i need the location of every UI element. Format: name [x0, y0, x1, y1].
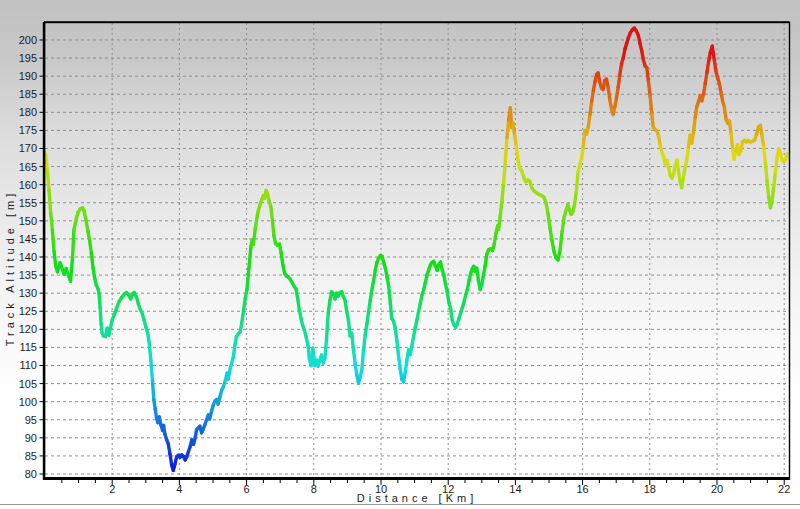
track-segment	[451, 308, 453, 320]
track-segment	[233, 346, 235, 358]
x-tick-label: 16	[576, 483, 588, 495]
track-segment	[560, 232, 562, 250]
track-segment	[687, 147, 689, 160]
y-tick-label: 190	[19, 70, 37, 82]
track-segment	[652, 114, 653, 127]
track-segment	[504, 161, 506, 183]
track-segment	[712, 46, 714, 60]
y-tick-label: 115	[19, 341, 37, 353]
track-segment	[695, 107, 697, 118]
track-segment	[298, 299, 300, 311]
y-tick-label: 150	[19, 215, 37, 227]
y-tick-label: 155	[19, 197, 37, 209]
track-segment	[548, 214, 550, 228]
y-tick-label: 145	[19, 233, 37, 245]
x-axis-title: Distance [Km]	[357, 492, 477, 504]
y-tick-label: 95	[25, 414, 37, 426]
track-segment	[100, 308, 101, 324]
track-segment	[502, 183, 504, 201]
y-tick-label: 180	[19, 106, 37, 118]
track-segment	[590, 101, 592, 114]
track-segment	[513, 123, 515, 136]
y-tick-label: 130	[19, 287, 37, 299]
track-segment	[648, 82, 650, 96]
track-segment	[485, 254, 487, 266]
track-segment	[516, 147, 518, 161]
track-segment	[764, 147, 766, 163]
y-tick-label: 200	[19, 34, 37, 46]
track-segment	[693, 118, 695, 132]
track-segment	[765, 163, 767, 181]
track-segment	[588, 114, 590, 127]
track-segment	[650, 96, 652, 114]
track-segment	[272, 221, 273, 235]
x-tick-label: 8	[311, 483, 317, 495]
track-segment	[46, 154, 48, 170]
track-segment	[390, 304, 391, 318]
track-segment	[724, 107, 726, 120]
tick-labels: 8085909510010511011512012513013514014515…	[19, 34, 791, 495]
track-segment	[618, 74, 620, 87]
track-segment	[99, 294, 100, 308]
track-segment	[151, 360, 153, 382]
track-segment	[54, 252, 56, 266]
track-segment	[90, 241, 92, 254]
track-segment	[507, 120, 509, 138]
track-segment	[253, 228, 255, 244]
track-segment	[52, 230, 54, 252]
y-tick-label: 125	[19, 305, 37, 317]
track-segment	[405, 360, 407, 373]
x-tick-label: 22	[778, 483, 790, 495]
track-segment	[71, 257, 73, 281]
y-tick-label: 140	[19, 251, 37, 263]
track-segment	[281, 253, 283, 265]
track-segment	[91, 253, 93, 267]
y-tick-label: 90	[25, 432, 37, 444]
y-tick-label: 185	[19, 88, 37, 100]
track-segment	[608, 87, 610, 100]
track-segment	[51, 214, 53, 230]
track-segment	[767, 181, 769, 197]
track-segment	[772, 186, 774, 200]
track-segment	[367, 312, 369, 324]
track-segment	[787, 154, 788, 157]
track-segment	[308, 346, 309, 359]
track-segment	[247, 268, 249, 290]
track-segment	[249, 246, 251, 268]
y-tick-label: 120	[19, 323, 37, 335]
track-segment	[47, 170, 49, 190]
track-segment	[352, 333, 354, 350]
axis-ticks	[40, 40, 785, 485]
track-segment	[149, 342, 151, 360]
x-tick-label: 14	[509, 483, 521, 495]
y-tick-label: 80	[25, 468, 37, 480]
track-segment	[325, 338, 327, 358]
track-segment	[49, 190, 51, 214]
x-tick-label: 4	[176, 483, 182, 495]
track-segment	[355, 363, 357, 375]
elevation-chart: 8085909510010511011512012513013514014515…	[0, 0, 800, 509]
track-segment	[86, 220, 88, 232]
elevation-profile-window: 8085909510010511011512012513013514014515…	[0, 0, 800, 509]
track-segment	[562, 217, 564, 231]
y-tick-label: 165	[19, 161, 37, 173]
track-segment	[255, 213, 257, 228]
track-segment	[500, 201, 502, 215]
track-segment	[576, 171, 578, 192]
x-tick-label: 20	[711, 483, 723, 495]
y-tick-label: 110	[19, 359, 37, 371]
track-segment	[582, 147, 584, 158]
track-segment	[353, 350, 355, 363]
track-segment	[499, 215, 501, 229]
y-tick-label: 105	[19, 378, 37, 390]
y-tick-label: 85	[25, 450, 37, 462]
track-segment	[271, 206, 273, 220]
track-segment	[242, 310, 244, 322]
track-segment	[362, 350, 364, 370]
x-tick-label: 6	[244, 483, 250, 495]
track-segment	[365, 324, 367, 335]
x-tick-label: 18	[644, 483, 656, 495]
track-segment	[364, 335, 366, 350]
track-segment	[729, 121, 731, 134]
track-segment	[714, 60, 716, 72]
